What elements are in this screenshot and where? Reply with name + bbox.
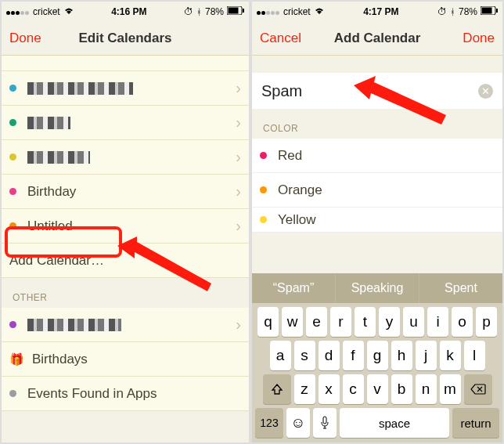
svg-rect-1 — [229, 7, 239, 13]
calendar-name-input[interactable]: Spam ✕ — [252, 73, 502, 109]
key-d[interactable]: d — [319, 341, 340, 370]
clear-icon[interactable]: ✕ — [478, 84, 493, 99]
calendar-label: Untitled — [27, 218, 73, 234]
key-s[interactable]: s — [294, 341, 315, 370]
key-b[interactable]: b — [391, 374, 412, 404]
chevron-right-icon: › — [236, 217, 241, 235]
color-dot-icon — [260, 186, 267, 193]
cancel-button[interactable]: Cancel — [260, 31, 302, 46]
nav-title: Add Calendar — [334, 31, 421, 46]
battery-pct: 78% — [459, 6, 477, 17]
bluetooth-icon: ᚼ — [450, 7, 455, 16]
color-row-yellow[interactable]: Yellow — [252, 208, 502, 233]
key-i[interactable]: i — [427, 307, 448, 337]
chevron-right-icon: › — [236, 148, 241, 166]
redacted-label — [27, 151, 90, 164]
numbers-key[interactable]: 123 — [255, 408, 283, 438]
color-row-orange[interactable]: Orange — [252, 173, 502, 208]
done-button[interactable]: Done — [9, 31, 52, 46]
calendar-label: Events Found in Apps — [27, 386, 157, 402]
edit-calendars-screen: cricket 4:16 PM ⏱ ᚼ 78% Done Edit Calend… — [0, 0, 250, 444]
carrier-label: cricket — [283, 6, 311, 17]
calendar-label: Birthdays — [32, 352, 88, 367]
key-k[interactable]: k — [440, 341, 461, 370]
key-u[interactable]: u — [403, 307, 424, 337]
status-bar: cricket 4:17 PM ⏱ ᚼ 78% — [252, 2, 502, 21]
key-a[interactable]: a — [270, 341, 291, 370]
key-j[interactable]: j — [416, 341, 437, 370]
key-t[interactable]: t — [355, 307, 376, 337]
key-y[interactable]: y — [379, 307, 400, 337]
signal-dots-icon — [257, 6, 280, 17]
space-key[interactable]: space — [340, 408, 449, 438]
prediction-1[interactable]: “Spam” — [252, 273, 336, 303]
key-w[interactable]: w — [282, 307, 303, 337]
section-header-color: COLOR — [252, 109, 502, 139]
nav-bar: Cancel Add Calendar Done — [252, 21, 502, 56]
svg-rect-5 — [482, 7, 492, 13]
svg-rect-6 — [496, 9, 498, 13]
return-key[interactable]: return — [452, 408, 499, 438]
carrier-label: cricket — [33, 6, 60, 17]
nav-title: Edit Calendars — [78, 31, 171, 46]
svg-rect-8 — [323, 417, 326, 424]
add-calendar-screen: cricket 4:17 PM ⏱ ᚼ 78% Cancel Add Calen… — [250, 0, 504, 444]
status-bar: cricket 4:16 PM ⏱ ᚼ 78% — [2, 2, 249, 21]
calendar-row[interactable]: › — [2, 71, 249, 106]
calendar-row[interactable]: › — [2, 308, 249, 342]
color-label: Red — [278, 148, 302, 164]
color-dot-icon — [260, 152, 267, 159]
shift-key[interactable] — [263, 374, 291, 404]
color-dot-icon — [9, 188, 16, 195]
key-m[interactable]: m — [440, 374, 461, 404]
key-f[interactable]: f — [343, 341, 364, 370]
calendar-row[interactable]: › — [2, 106, 249, 140]
prediction-3[interactable]: Spent — [419, 273, 502, 303]
key-c[interactable]: c — [343, 374, 364, 404]
calendar-row-untitled[interactable]: Untitled › — [2, 209, 249, 244]
events-in-apps-row[interactable]: Events Found in Apps — [2, 377, 249, 411]
color-dot-icon — [9, 390, 16, 397]
color-row-red[interactable]: Red — [252, 139, 502, 173]
gift-icon: 🎁 — [9, 352, 24, 366]
chevron-right-icon: › — [236, 79, 241, 97]
alarm-icon: ⏱ — [184, 6, 193, 17]
key-h[interactable]: h — [391, 341, 412, 370]
chevron-right-icon: › — [236, 182, 241, 200]
key-l[interactable]: l — [464, 341, 485, 370]
key-v[interactable]: v — [367, 374, 388, 404]
key-x[interactable]: x — [319, 374, 340, 404]
calendar-row[interactable]: › — [2, 140, 249, 175]
emoji-key[interactable]: ☺ — [286, 408, 310, 438]
color-dot-icon — [9, 222, 16, 229]
add-calendar-row[interactable]: Add Calendar… — [2, 244, 249, 278]
row-partial — [2, 56, 249, 71]
calendar-list: › › › Birthday › Untitled › Add Calendar… — [2, 56, 249, 411]
color-dot-icon — [9, 119, 16, 126]
backspace-key[interactable] — [464, 374, 492, 404]
key-r[interactable]: r — [330, 307, 351, 337]
nav-bar: Done Edit Calendars x — [2, 21, 249, 56]
key-g[interactable]: g — [367, 341, 388, 370]
key-n[interactable]: n — [416, 374, 437, 404]
calendar-label: Birthday — [27, 184, 76, 200]
redacted-label — [27, 319, 121, 331]
mic-key[interactable] — [313, 408, 337, 438]
keyboard: “Spam” Speaking Spent q w e r t y u i o … — [252, 273, 502, 442]
chevron-right-icon: › — [236, 114, 241, 132]
redacted-label — [27, 82, 133, 95]
key-o[interactable]: o — [452, 307, 473, 337]
key-z[interactable]: z — [294, 374, 315, 404]
key-e[interactable]: e — [306, 307, 327, 337]
prediction-2[interactable]: Speaking — [336, 273, 419, 303]
color-dot-icon — [9, 153, 16, 161]
calendar-row-birthday[interactable]: Birthday › — [2, 175, 249, 209]
key-p[interactable]: p — [476, 307, 497, 337]
done-button[interactable]: Done — [452, 31, 495, 46]
section-header-other: OTHER — [2, 278, 249, 308]
key-q[interactable]: q — [257, 307, 279, 337]
signal-dots-icon — [6, 6, 30, 17]
battery-icon — [481, 6, 498, 17]
chevron-right-icon: › — [236, 316, 241, 334]
birthdays-row[interactable]: 🎁 Birthdays — [2, 342, 249, 377]
